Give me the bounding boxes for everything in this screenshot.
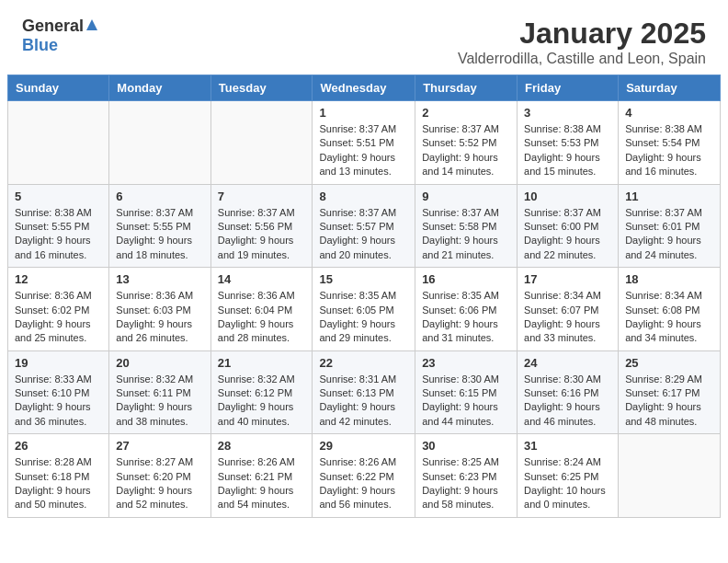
day-number: 18: [625, 272, 713, 286]
day-number: 22: [319, 356, 408, 370]
calendar-week-5: 26Sunrise: 8:28 AM Sunset: 6:18 PM Dayli…: [8, 434, 721, 518]
calendar-cell: 17Sunrise: 8:34 AM Sunset: 6:07 PM Dayli…: [518, 268, 619, 351]
day-info: Sunrise: 8:38 AM Sunset: 5:53 PM Dayligh…: [524, 122, 611, 179]
day-info: Sunrise: 8:31 AM Sunset: 6:13 PM Dayligh…: [319, 373, 408, 430]
day-number: 10: [524, 190, 611, 203]
day-number: 9: [422, 190, 510, 203]
calendar-week-3: 12Sunrise: 8:36 AM Sunset: 6:02 PM Dayli…: [8, 268, 721, 351]
day-number: 13: [116, 272, 203, 286]
day-info: Sunrise: 8:37 AM Sunset: 5:51 PM Dayligh…: [319, 122, 408, 179]
day-number: 17: [524, 272, 611, 286]
day-info: Sunrise: 8:35 AM Sunset: 6:06 PM Dayligh…: [422, 289, 510, 346]
calendar-cell: 2Sunrise: 8:37 AM Sunset: 5:52 PM Daylig…: [415, 101, 518, 185]
day-info: Sunrise: 8:29 AM Sunset: 6:17 PM Dayligh…: [625, 373, 713, 430]
day-number: 25: [625, 356, 713, 370]
day-info: Sunrise: 8:34 AM Sunset: 6:07 PM Dayligh…: [524, 289, 611, 346]
day-info: Sunrise: 8:33 AM Sunset: 6:10 PM Dayligh…: [15, 373, 102, 430]
calendar-cell: 14Sunrise: 8:36 AM Sunset: 6:04 PM Dayli…: [210, 268, 313, 351]
day-info: Sunrise: 8:38 AM Sunset: 5:54 PM Dayligh…: [625, 122, 713, 179]
calendar-cell: 26Sunrise: 8:28 AM Sunset: 6:18 PM Dayli…: [8, 434, 109, 518]
day-info: Sunrise: 8:30 AM Sunset: 6:15 PM Dayligh…: [422, 373, 510, 430]
calendar-cell: [8, 101, 109, 185]
calendar-cell: [619, 434, 721, 518]
calendar-wrapper: Sunday Monday Tuesday Wednesday Thursday…: [0, 75, 728, 525]
day-number: 23: [422, 356, 510, 370]
calendar-cell: 25Sunrise: 8:29 AM Sunset: 6:17 PM Dayli…: [619, 350, 721, 434]
logo: General Blue: [22, 17, 98, 55]
day-info: Sunrise: 8:36 AM Sunset: 6:04 PM Dayligh…: [218, 289, 306, 346]
calendar-body: 1Sunrise: 8:37 AM Sunset: 5:51 PM Daylig…: [8, 101, 721, 518]
calendar-cell: 31Sunrise: 8:24 AM Sunset: 6:25 PM Dayli…: [518, 434, 619, 518]
calendar-week-4: 19Sunrise: 8:33 AM Sunset: 6:10 PM Dayli…: [8, 350, 721, 434]
header-thursday: Thursday: [415, 75, 518, 101]
day-info: Sunrise: 8:25 AM Sunset: 6:23 PM Dayligh…: [422, 455, 510, 512]
day-number: 26: [15, 439, 102, 453]
calendar-week-2: 5Sunrise: 8:38 AM Sunset: 5:55 PM Daylig…: [8, 184, 721, 268]
calendar-cell: 27Sunrise: 8:27 AM Sunset: 6:20 PM Dayli…: [109, 434, 210, 518]
day-number: 24: [524, 356, 611, 370]
calendar-cell: [210, 101, 313, 185]
logo-general-text: General: [22, 17, 84, 36]
day-number: 19: [15, 356, 102, 370]
calendar-cell: 24Sunrise: 8:30 AM Sunset: 6:16 PM Dayli…: [518, 350, 619, 434]
calendar-cell: 29Sunrise: 8:26 AM Sunset: 6:22 PM Dayli…: [313, 434, 415, 518]
day-info: Sunrise: 8:37 AM Sunset: 5:57 PM Dayligh…: [319, 206, 408, 263]
calendar-cell: 20Sunrise: 8:32 AM Sunset: 6:11 PM Dayli…: [109, 350, 210, 434]
day-info: Sunrise: 8:38 AM Sunset: 5:55 PM Dayligh…: [15, 206, 102, 263]
calendar-cell: 11Sunrise: 8:37 AM Sunset: 6:01 PM Dayli…: [619, 184, 721, 268]
day-info: Sunrise: 8:28 AM Sunset: 6:18 PM Dayligh…: [15, 455, 102, 512]
day-info: Sunrise: 8:30 AM Sunset: 6:16 PM Dayligh…: [524, 373, 611, 430]
day-info: Sunrise: 8:37 AM Sunset: 5:58 PM Dayligh…: [422, 206, 510, 263]
calendar-cell: 9Sunrise: 8:37 AM Sunset: 5:58 PM Daylig…: [415, 184, 518, 268]
svg-marker-0: [86, 19, 97, 30]
day-info: Sunrise: 8:32 AM Sunset: 6:12 PM Dayligh…: [218, 373, 306, 430]
calendar-cell: 13Sunrise: 8:36 AM Sunset: 6:03 PM Dayli…: [109, 268, 210, 351]
day-number: 31: [524, 439, 611, 453]
day-number: 14: [218, 272, 306, 286]
day-number: 20: [116, 356, 203, 370]
day-info: Sunrise: 8:37 AM Sunset: 5:56 PM Dayligh…: [218, 206, 306, 263]
header-monday: Monday: [109, 75, 210, 101]
header-tuesday: Tuesday: [210, 75, 313, 101]
day-info: Sunrise: 8:37 AM Sunset: 5:55 PM Dayligh…: [116, 206, 203, 263]
calendar-cell: 12Sunrise: 8:36 AM Sunset: 6:02 PM Dayli…: [8, 268, 109, 351]
calendar-cell: 28Sunrise: 8:26 AM Sunset: 6:21 PM Dayli…: [210, 434, 313, 518]
header-friday: Friday: [518, 75, 619, 101]
day-number: 29: [319, 439, 408, 453]
day-number: 16: [422, 272, 510, 286]
calendar-cell: 18Sunrise: 8:34 AM Sunset: 6:08 PM Dayli…: [619, 268, 721, 351]
calendar-cell: 23Sunrise: 8:30 AM Sunset: 6:15 PM Dayli…: [415, 350, 518, 434]
calendar-header: Sunday Monday Tuesday Wednesday Thursday…: [8, 75, 721, 101]
day-info: Sunrise: 8:37 AM Sunset: 6:00 PM Dayligh…: [524, 206, 611, 263]
calendar-title: January 2025: [458, 17, 706, 51]
day-info: Sunrise: 8:37 AM Sunset: 6:01 PM Dayligh…: [625, 206, 713, 263]
day-info: Sunrise: 8:27 AM Sunset: 6:20 PM Dayligh…: [116, 455, 203, 512]
day-number: 5: [15, 190, 102, 203]
logo-blue-text: Blue: [22, 36, 58, 54]
day-number: 3: [524, 106, 611, 120]
calendar-cell: 7Sunrise: 8:37 AM Sunset: 5:56 PM Daylig…: [210, 184, 313, 268]
logo-arrow-icon: [85, 18, 98, 35]
calendar-week-1: 1Sunrise: 8:37 AM Sunset: 5:51 PM Daylig…: [8, 101, 721, 185]
calendar-cell: 21Sunrise: 8:32 AM Sunset: 6:12 PM Dayli…: [210, 350, 313, 434]
calendar-cell: 30Sunrise: 8:25 AM Sunset: 6:23 PM Dayli…: [415, 434, 518, 518]
day-number: 4: [625, 106, 713, 120]
calendar-cell: 16Sunrise: 8:35 AM Sunset: 6:06 PM Dayli…: [415, 268, 518, 351]
day-number: 1: [319, 106, 408, 120]
calendar-cell: 19Sunrise: 8:33 AM Sunset: 6:10 PM Dayli…: [8, 350, 109, 434]
day-info: Sunrise: 8:36 AM Sunset: 6:03 PM Dayligh…: [116, 289, 203, 346]
calendar-cell: 15Sunrise: 8:35 AM Sunset: 6:05 PM Dayli…: [313, 268, 415, 351]
day-number: 6: [116, 190, 203, 203]
calendar-cell: 4Sunrise: 8:38 AM Sunset: 5:54 PM Daylig…: [619, 101, 721, 185]
day-number: 30: [422, 439, 510, 453]
header-wednesday: Wednesday: [313, 75, 415, 101]
title-section: January 2025 Valderrodilla, Castille and…: [458, 17, 706, 67]
calendar-table: Sunday Monday Tuesday Wednesday Thursday…: [7, 75, 721, 518]
day-info: Sunrise: 8:37 AM Sunset: 5:52 PM Dayligh…: [422, 122, 510, 179]
day-info: Sunrise: 8:36 AM Sunset: 6:02 PM Dayligh…: [15, 289, 102, 346]
weekday-header-row: Sunday Monday Tuesday Wednesday Thursday…: [8, 75, 721, 101]
calendar-cell: 22Sunrise: 8:31 AM Sunset: 6:13 PM Dayli…: [313, 350, 415, 434]
day-number: 8: [319, 190, 408, 203]
header-saturday: Saturday: [619, 75, 721, 101]
calendar-cell: 6Sunrise: 8:37 AM Sunset: 5:55 PM Daylig…: [109, 184, 210, 268]
